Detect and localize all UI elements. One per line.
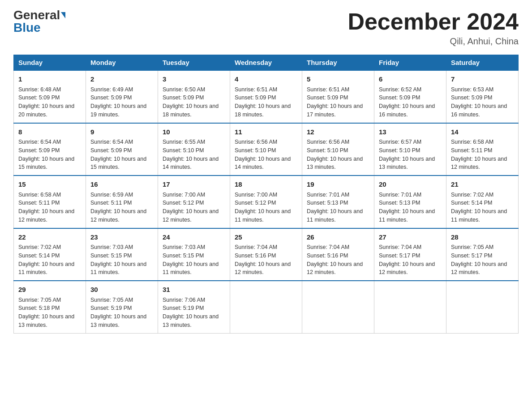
day-number: 28 [451, 232, 514, 243]
daylight-label: Daylight: 10 hours and 11 minutes. [18, 261, 74, 276]
day-cell-22: 22Sunrise: 7:02 AMSunset: 5:14 PMDayligh… [14, 228, 86, 281]
sunrise-label: Sunrise: 7:05 AM [451, 244, 493, 250]
sunrise-label: Sunrise: 6:58 AM [451, 139, 493, 145]
sunrise-label: Sunrise: 6:51 AM [307, 86, 349, 93]
daylight-label: Daylight: 10 hours and 18 minutes. [163, 103, 219, 118]
daylight-label: Daylight: 10 hours and 13 minutes. [18, 313, 74, 328]
day-cell-10: 10Sunrise: 6:55 AMSunset: 5:10 PMDayligh… [158, 123, 230, 176]
sunset-label: Sunset: 5:12 PM [163, 200, 204, 206]
calendar-header-row: SundayMondayTuesdayWednesdayThursdayFrid… [14, 55, 519, 71]
week-row-2: 8Sunrise: 6:54 AMSunset: 5:09 PMDaylight… [14, 123, 519, 176]
daylight-label: Daylight: 10 hours and 18 minutes. [235, 103, 291, 118]
sunset-label: Sunset: 5:15 PM [163, 253, 204, 259]
sunset-label: Sunset: 5:09 PM [235, 94, 276, 101]
day-number: 22 [18, 232, 81, 243]
day-number: 2 [90, 74, 153, 85]
daylight-label: Daylight: 10 hours and 16 minutes. [451, 103, 507, 118]
sunset-label: Sunset: 5:10 PM [379, 147, 420, 154]
sunrise-label: Sunrise: 7:05 AM [18, 297, 61, 303]
daylight-label: Daylight: 10 hours and 12 minutes. [163, 208, 219, 223]
day-cell-27: 27Sunrise: 7:04 AMSunset: 5:17 PMDayligh… [374, 228, 446, 281]
daylight-label: Daylight: 10 hours and 16 minutes. [379, 103, 435, 118]
day-number: 9 [90, 127, 153, 137]
daylight-label: Daylight: 10 hours and 11 minutes. [163, 261, 219, 276]
sunrise-label: Sunrise: 6:48 AM [18, 86, 61, 93]
day-cell-23: 23Sunrise: 7:03 AMSunset: 5:15 PMDayligh… [86, 228, 158, 281]
daylight-label: Daylight: 10 hours and 11 minutes. [451, 208, 507, 223]
daylight-label: Daylight: 10 hours and 12 minutes. [18, 208, 74, 223]
daylight-label: Daylight: 10 hours and 15 minutes. [18, 156, 74, 171]
sunset-label: Sunset: 5:18 PM [18, 305, 60, 311]
sunrise-label: Sunrise: 6:58 AM [18, 192, 61, 198]
day-cell-3: 3Sunrise: 6:50 AMSunset: 5:09 PMDaylight… [158, 70, 230, 123]
sunrise-label: Sunrise: 6:49 AM [90, 86, 133, 93]
sunrise-label: Sunrise: 7:02 AM [18, 244, 61, 250]
sunrise-label: Sunrise: 7:02 AM [451, 192, 493, 198]
day-cell-28: 28Sunrise: 7:05 AMSunset: 5:17 PMDayligh… [446, 228, 519, 281]
sunrise-label: Sunrise: 7:04 AM [379, 244, 421, 250]
day-cell-19: 19Sunrise: 7:01 AMSunset: 5:13 PMDayligh… [302, 176, 374, 228]
sunset-label: Sunset: 5:09 PM [18, 147, 60, 154]
sunrise-label: Sunrise: 7:05 AM [90, 297, 133, 303]
col-header-thursday: Thursday [302, 55, 374, 71]
daylight-label: Daylight: 10 hours and 14 minutes. [163, 156, 219, 171]
week-row-1: 1Sunrise: 6:48 AMSunset: 5:09 PMDaylight… [14, 70, 519, 123]
logo-triangle-icon [61, 12, 65, 18]
sunset-label: Sunset: 5:14 PM [18, 253, 60, 259]
day-number: 10 [163, 127, 225, 137]
empty-cell [230, 281, 302, 333]
calendar-table: SundayMondayTuesdayWednesdayThursdayFrid… [13, 55, 519, 334]
day-number: 4 [235, 74, 297, 85]
sunset-label: Sunset: 5:19 PM [163, 305, 204, 311]
sunrise-label: Sunrise: 7:01 AM [379, 192, 421, 198]
sunset-label: Sunset: 5:09 PM [379, 94, 420, 101]
sunset-label: Sunset: 5:13 PM [307, 200, 348, 206]
day-cell-14: 14Sunrise: 6:58 AMSunset: 5:11 PMDayligh… [446, 123, 519, 176]
day-number: 5 [307, 74, 369, 85]
day-cell-16: 16Sunrise: 6:59 AMSunset: 5:11 PMDayligh… [86, 176, 158, 228]
sunset-label: Sunset: 5:10 PM [307, 147, 348, 154]
daylight-label: Daylight: 10 hours and 19 minutes. [90, 103, 146, 118]
daylight-label: Daylight: 10 hours and 15 minutes. [90, 156, 146, 171]
sunset-label: Sunset: 5:16 PM [235, 253, 276, 259]
page-header: General Blue December 2024 Qili, Anhui, … [13, 9, 519, 47]
daylight-label: Daylight: 10 hours and 14 minutes. [235, 156, 291, 171]
day-number: 11 [235, 127, 297, 137]
day-cell-17: 17Sunrise: 7:00 AMSunset: 5:12 PMDayligh… [158, 176, 230, 228]
day-number: 13 [379, 127, 442, 137]
day-cell-18: 18Sunrise: 7:00 AMSunset: 5:12 PMDayligh… [230, 176, 302, 228]
sunset-label: Sunset: 5:13 PM [379, 200, 420, 206]
sunset-label: Sunset: 5:10 PM [235, 147, 276, 154]
day-cell-24: 24Sunrise: 7:03 AMSunset: 5:15 PMDayligh… [158, 228, 230, 281]
sunset-label: Sunset: 5:12 PM [235, 200, 276, 206]
day-number: 3 [163, 74, 225, 85]
day-number: 21 [451, 180, 514, 190]
day-number: 25 [235, 232, 297, 243]
sunset-label: Sunset: 5:09 PM [307, 94, 348, 101]
day-number: 12 [307, 127, 369, 137]
day-cell-6: 6Sunrise: 6:52 AMSunset: 5:09 PMDaylight… [374, 70, 446, 123]
sunset-label: Sunset: 5:17 PM [379, 253, 420, 259]
day-cell-11: 11Sunrise: 6:56 AMSunset: 5:10 PMDayligh… [230, 123, 302, 176]
col-header-tuesday: Tuesday [158, 55, 230, 71]
daylight-label: Daylight: 10 hours and 11 minutes. [307, 208, 363, 223]
daylight-label: Daylight: 10 hours and 13 minutes. [379, 156, 435, 171]
sunrise-label: Sunrise: 7:00 AM [235, 192, 277, 198]
day-number: 14 [451, 127, 514, 137]
daylight-label: Daylight: 10 hours and 13 minutes. [163, 313, 219, 328]
daylight-label: Daylight: 10 hours and 12 minutes. [90, 208, 146, 223]
col-header-friday: Friday [374, 55, 446, 71]
sunrise-label: Sunrise: 6:55 AM [163, 139, 205, 145]
location-text: Qili, Anhui, China [348, 36, 519, 47]
sunset-label: Sunset: 5:14 PM [451, 200, 492, 206]
daylight-label: Daylight: 10 hours and 12 minutes. [307, 261, 363, 276]
sunrise-label: Sunrise: 6:56 AM [307, 139, 349, 145]
day-cell-4: 4Sunrise: 6:51 AMSunset: 5:09 PMDaylight… [230, 70, 302, 123]
sunset-label: Sunset: 5:11 PM [18, 200, 60, 206]
day-number: 17 [163, 180, 225, 190]
daylight-label: Daylight: 10 hours and 11 minutes. [235, 208, 291, 223]
col-header-monday: Monday [86, 55, 158, 71]
sunrise-label: Sunrise: 7:03 AM [90, 244, 133, 250]
daylight-label: Daylight: 10 hours and 20 minutes. [18, 103, 74, 118]
sunset-label: Sunset: 5:16 PM [307, 253, 348, 259]
